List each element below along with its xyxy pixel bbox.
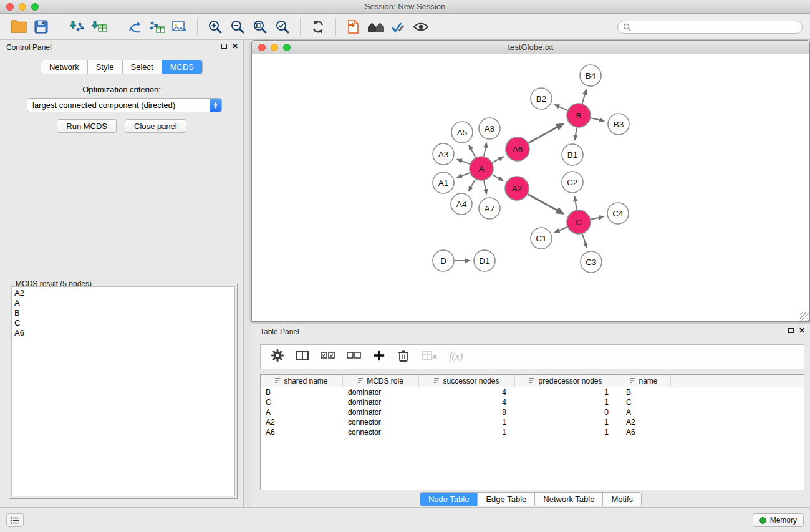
column-header-name[interactable]: name: [617, 375, 671, 387]
delete-column-button[interactable]: [397, 349, 410, 365]
save-session-button[interactable]: [30, 16, 52, 37]
table-row[interactable]: A2connector11A2: [261, 417, 804, 427]
mcds-result-item[interactable]: A: [12, 298, 234, 308]
float-panel-icon[interactable]: [221, 44, 227, 49]
column-header-successor-nodes[interactable]: successor nodes: [419, 375, 515, 387]
zoom-in-button[interactable]: [204, 16, 226, 37]
graph-edge-A-A5[interactable]: [469, 145, 476, 158]
graph-edge-C-C4[interactable]: [591, 216, 604, 220]
graph-edge-A-A2[interactable]: [492, 175, 503, 181]
graph-node-A6[interactable]: A6: [506, 137, 529, 161]
graph-node-B4[interactable]: B4: [580, 65, 601, 86]
graph-edge-A-A7[interactable]: [484, 181, 486, 195]
close-table-panel-icon[interactable]: ✕: [799, 327, 805, 334]
network-canvas[interactable]: B4B2BB3A8A5A6A3B1AA1C2A2A4A7C4CC1C3DD1: [253, 55, 809, 321]
graph-edge-A6-B[interactable]: [529, 123, 564, 143]
table-row[interactable]: Adominator80A: [261, 407, 804, 417]
show-details-button[interactable]: [410, 16, 432, 37]
delete-table-button[interactable]: [422, 349, 438, 364]
float-table-panel-icon[interactable]: [788, 328, 794, 333]
select-all-button[interactable]: [321, 349, 335, 365]
graph-node-A5[interactable]: A5: [451, 122, 473, 143]
graph-edge-B-B4[interactable]: [582, 89, 587, 103]
open-session-button[interactable]: [7, 16, 30, 37]
tab-node-table[interactable]: Node Table: [420, 493, 478, 506]
network-graph[interactable]: B4B2BB3A8A5A6A3B1AA1C2A2A4A7C4CC1C3DD1: [253, 55, 810, 322]
graph-edge-C-C3[interactable]: [582, 234, 587, 248]
graph-edge-C-C2[interactable]: [575, 196, 577, 210]
table-row[interactable]: A6connector11A6: [261, 427, 804, 437]
close-panel-icon[interactable]: ✕: [232, 42, 238, 50]
graph-edge-C-C1[interactable]: [555, 227, 567, 233]
import-network-button[interactable]: [65, 16, 88, 37]
graph-node-A4[interactable]: A4: [451, 193, 472, 215]
import-table-button[interactable]: [88, 16, 110, 37]
export-image-button[interactable]: [168, 16, 191, 37]
graph-node-C3[interactable]: C3: [581, 251, 602, 273]
zoom-selected-button[interactable]: [271, 16, 294, 37]
graph-edge-A-A4[interactable]: [469, 179, 476, 191]
column-header-predecessor-nodes[interactable]: predecessor nodes: [515, 375, 617, 387]
tab-network-table[interactable]: Network Table: [535, 493, 603, 506]
graph-node-A7[interactable]: A7: [479, 198, 500, 219]
graph-edge-B-B3[interactable]: [591, 118, 605, 121]
column-header-MCDS-role[interactable]: MCDS role: [343, 375, 419, 387]
graph-node-C4[interactable]: C4: [607, 203, 629, 224]
graph-edge-A-A6[interactable]: [493, 157, 504, 163]
homes-button[interactable]: [365, 16, 387, 37]
annotate-check-button[interactable]: [387, 16, 410, 37]
graph-node-D1[interactable]: D1: [474, 250, 495, 271]
close-panel-button[interactable]: Close panel: [125, 119, 186, 133]
search-input[interactable]: [634, 22, 797, 31]
open-document-button[interactable]: [342, 16, 365, 37]
network-from-selection-button[interactable]: [123, 16, 146, 37]
add-column-button[interactable]: [373, 349, 385, 364]
table-row[interactable]: Bdominator41B: [261, 387, 804, 397]
graph-node-C1[interactable]: C1: [531, 228, 552, 249]
task-history-button[interactable]: [6, 513, 24, 527]
tab-motifs[interactable]: Motifs: [603, 493, 641, 506]
table-settings-button[interactable]: [271, 349, 284, 365]
tab-mcds[interactable]: MCDS: [162, 60, 202, 74]
function-builder-button[interactable]: f(x): [449, 351, 463, 362]
graph-edge-A-A8[interactable]: [484, 143, 486, 157]
graph-edge-B-B1[interactable]: [575, 128, 577, 140]
zoom-fit-button[interactable]: [249, 16, 271, 37]
table-row[interactable]: Cdominator41C: [261, 397, 804, 407]
show-columns-button[interactable]: [296, 349, 309, 365]
clone-network-button[interactable]: [146, 16, 168, 37]
graph-edge-B-B2[interactable]: [554, 105, 567, 110]
mcds-result-item[interactable]: C: [12, 318, 234, 328]
mcds-result-item[interactable]: A6: [12, 328, 234, 338]
tab-select[interactable]: Select: [123, 60, 162, 74]
deselect-all-button[interactable]: [347, 349, 362, 365]
tab-style[interactable]: Style: [88, 60, 123, 74]
refresh-view-button[interactable]: [307, 16, 329, 37]
zoom-out-button[interactable]: [226, 16, 249, 37]
memory-button[interactable]: Memory: [753, 513, 804, 527]
mcds-result-list[interactable]: A2ABCA6: [11, 286, 235, 496]
mcds-result-item[interactable]: A2: [12, 288, 234, 298]
graph-node-B2[interactable]: B2: [531, 88, 552, 109]
graph-edge-A-A1[interactable]: [457, 173, 470, 178]
graph-node-C2[interactable]: C2: [562, 172, 583, 193]
graph-node-A2[interactable]: A2: [505, 177, 529, 200]
graph-node-B1[interactable]: B1: [562, 144, 583, 165]
graph-node-B3[interactable]: B3: [608, 114, 629, 135]
mcds-result-item[interactable]: B: [12, 308, 234, 318]
graph-edge-A-A3[interactable]: [457, 159, 470, 164]
run-mcds-button[interactable]: Run MCDS: [57, 119, 117, 133]
graph-node-B[interactable]: B: [567, 104, 591, 127]
resize-grip[interactable]: [800, 312, 809, 321]
tab-edge-table[interactable]: Edge Table: [478, 493, 535, 506]
network-window-titlebar[interactable]: testGlobe.txt: [252, 41, 809, 54]
tab-network[interactable]: Network: [41, 60, 88, 74]
graph-node-A8[interactable]: A8: [479, 118, 500, 139]
graph-node-C[interactable]: C: [567, 210, 591, 234]
graph-node-A1[interactable]: A1: [433, 172, 454, 193]
search-box[interactable]: [617, 21, 803, 34]
graph-node-A[interactable]: A: [470, 157, 493, 180]
graph-node-A3[interactable]: A3: [433, 143, 454, 165]
graph-edge-A2-C[interactable]: [528, 195, 564, 214]
optimization-criterion-dropdown[interactable]: largest connected component (directed) ▲…: [27, 98, 222, 112]
